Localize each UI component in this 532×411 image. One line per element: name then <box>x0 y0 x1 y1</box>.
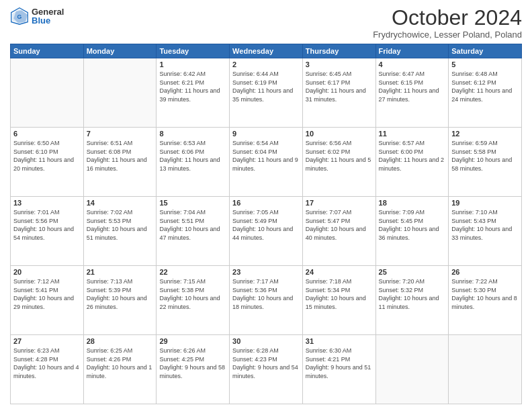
day-cell: 20Sunrise: 7:12 AM Sunset: 5:41 PM Dayli… <box>11 266 84 335</box>
day-number: 30 <box>232 337 300 345</box>
day-number: 3 <box>306 60 373 68</box>
day-cell <box>449 335 522 404</box>
week-row-1: 6Sunrise: 6:50 AM Sunset: 6:10 PM Daylig… <box>11 128 522 197</box>
title-area: October 2024 Frydrychowice, Lesser Polan… <box>373 7 522 40</box>
day-cell: 22Sunrise: 7:15 AM Sunset: 5:38 PM Dayli… <box>157 266 230 335</box>
day-cell: 13Sunrise: 7:01 AM Sunset: 5:56 PM Dayli… <box>11 197 84 266</box>
day-number: 4 <box>379 60 446 68</box>
day-number: 13 <box>13 199 81 207</box>
day-cell: 29Sunrise: 6:26 AM Sunset: 4:25 PM Dayli… <box>157 335 230 404</box>
day-cell: 18Sunrise: 7:09 AM Sunset: 5:45 PM Dayli… <box>375 197 449 266</box>
day-info: Sunrise: 7:13 AM Sunset: 5:39 PM Dayligh… <box>87 277 154 311</box>
day-number: 20 <box>13 268 81 276</box>
day-number: 25 <box>379 268 446 276</box>
logo-blue: Blue <box>32 16 64 25</box>
week-row-4: 27Sunrise: 6:23 AM Sunset: 4:28 PM Dayli… <box>11 335 522 404</box>
day-number: 8 <box>159 130 226 138</box>
day-info: Sunrise: 6:47 AM Sunset: 6:15 PM Dayligh… <box>379 70 446 103</box>
month-title: October 2024 <box>373 7 522 28</box>
day-cell: 14Sunrise: 7:02 AM Sunset: 5:53 PM Dayli… <box>83 197 157 266</box>
day-cell: 27Sunrise: 6:23 AM Sunset: 4:28 PM Dayli… <box>11 335 84 404</box>
logo-icon: G <box>10 7 29 26</box>
day-cell: 11Sunrise: 6:57 AM Sunset: 6:00 PM Dayli… <box>375 128 449 197</box>
day-cell: 23Sunrise: 7:17 AM Sunset: 5:36 PM Dayli… <box>230 266 303 335</box>
location: Frydrychowice, Lesser Poland, Poland <box>373 30 522 40</box>
day-number: 1 <box>159 60 226 68</box>
day-number: 26 <box>451 268 519 276</box>
day-info: Sunrise: 7:02 AM Sunset: 5:53 PM Dayligh… <box>87 208 154 242</box>
day-cell: 7Sunrise: 6:51 AM Sunset: 6:08 PM Daylig… <box>83 128 157 197</box>
day-info: Sunrise: 6:51 AM Sunset: 6:08 PM Dayligh… <box>87 139 154 173</box>
day-number: 5 <box>451 60 519 68</box>
day-cell <box>375 335 449 404</box>
day-number: 11 <box>379 130 446 138</box>
day-info: Sunrise: 7:04 AM Sunset: 5:51 PM Dayligh… <box>159 208 226 242</box>
day-number: 23 <box>232 268 300 276</box>
day-info: Sunrise: 7:10 AM Sunset: 5:43 PM Dayligh… <box>451 208 519 242</box>
day-cell: 10Sunrise: 6:56 AM Sunset: 6:02 PM Dayli… <box>302 128 375 197</box>
day-info: Sunrise: 6:44 AM Sunset: 6:19 PM Dayligh… <box>232 70 300 103</box>
col-sunday: Sunday <box>11 44 84 58</box>
svg-text:G: G <box>17 13 22 20</box>
day-cell: 5Sunrise: 6:48 AM Sunset: 6:12 PM Daylig… <box>449 58 522 128</box>
day-cell: 24Sunrise: 7:18 AM Sunset: 5:34 PM Dayli… <box>302 266 375 335</box>
day-info: Sunrise: 6:28 AM Sunset: 4:23 PM Dayligh… <box>232 347 300 380</box>
day-number: 10 <box>306 130 373 138</box>
calendar-table: Sunday Monday Tuesday Wednesday Thursday… <box>10 44 522 404</box>
day-cell: 9Sunrise: 6:54 AM Sunset: 6:04 PM Daylig… <box>230 128 303 197</box>
day-cell: 1Sunrise: 6:42 AM Sunset: 6:21 PM Daylig… <box>157 58 230 128</box>
header: G General Blue October 2024 Frydrychowic… <box>10 7 522 40</box>
day-cell: 21Sunrise: 7:13 AM Sunset: 5:39 PM Dayli… <box>83 266 157 335</box>
day-cell: 8Sunrise: 6:53 AM Sunset: 6:06 PM Daylig… <box>157 128 230 197</box>
day-info: Sunrise: 6:57 AM Sunset: 6:00 PM Dayligh… <box>379 139 446 173</box>
day-info: Sunrise: 6:53 AM Sunset: 6:06 PM Dayligh… <box>159 139 226 173</box>
day-cell: 6Sunrise: 6:50 AM Sunset: 6:10 PM Daylig… <box>11 128 84 197</box>
day-cell: 15Sunrise: 7:04 AM Sunset: 5:51 PM Dayli… <box>157 197 230 266</box>
day-info: Sunrise: 7:17 AM Sunset: 5:36 PM Dayligh… <box>232 277 300 311</box>
day-info: Sunrise: 7:07 AM Sunset: 5:47 PM Dayligh… <box>306 208 373 242</box>
day-cell: 17Sunrise: 7:07 AM Sunset: 5:47 PM Dayli… <box>302 197 375 266</box>
header-row: Sunday Monday Tuesday Wednesday Thursday… <box>11 44 522 58</box>
day-number: 31 <box>306 337 373 345</box>
day-cell: 25Sunrise: 7:20 AM Sunset: 5:32 PM Dayli… <box>375 266 449 335</box>
col-saturday: Saturday <box>449 44 522 58</box>
col-tuesday: Tuesday <box>157 44 230 58</box>
week-row-2: 13Sunrise: 7:01 AM Sunset: 5:56 PM Dayli… <box>11 197 522 266</box>
day-info: Sunrise: 7:01 AM Sunset: 5:56 PM Dayligh… <box>13 208 81 242</box>
day-info: Sunrise: 7:18 AM Sunset: 5:34 PM Dayligh… <box>306 277 373 311</box>
day-info: Sunrise: 6:23 AM Sunset: 4:28 PM Dayligh… <box>13 347 81 380</box>
day-number: 17 <box>306 199 373 207</box>
day-info: Sunrise: 7:09 AM Sunset: 5:45 PM Dayligh… <box>379 208 446 242</box>
day-cell: 31Sunrise: 6:30 AM Sunset: 4:21 PM Dayli… <box>302 335 375 404</box>
logo: G General Blue <box>10 7 64 26</box>
col-monday: Monday <box>83 44 157 58</box>
day-info: Sunrise: 7:15 AM Sunset: 5:38 PM Dayligh… <box>159 277 226 311</box>
day-number: 19 <box>451 199 519 207</box>
day-cell <box>83 58 157 128</box>
day-number: 22 <box>159 268 226 276</box>
day-info: Sunrise: 7:05 AM Sunset: 5:49 PM Dayligh… <box>232 208 300 242</box>
day-info: Sunrise: 6:48 AM Sunset: 6:12 PM Dayligh… <box>451 70 519 103</box>
day-info: Sunrise: 6:45 AM Sunset: 6:17 PM Dayligh… <box>306 70 373 103</box>
day-info: Sunrise: 7:22 AM Sunset: 5:30 PM Dayligh… <box>451 277 519 311</box>
day-cell: 30Sunrise: 6:28 AM Sunset: 4:23 PM Dayli… <box>230 335 303 404</box>
day-info: Sunrise: 6:25 AM Sunset: 4:26 PM Dayligh… <box>87 347 154 380</box>
day-cell: 28Sunrise: 6:25 AM Sunset: 4:26 PM Dayli… <box>83 335 157 404</box>
day-info: Sunrise: 6:26 AM Sunset: 4:25 PM Dayligh… <box>159 347 226 380</box>
day-info: Sunrise: 6:42 AM Sunset: 6:21 PM Dayligh… <box>159 70 226 103</box>
col-friday: Friday <box>375 44 449 58</box>
day-number: 6 <box>13 130 81 138</box>
day-info: Sunrise: 6:59 AM Sunset: 5:58 PM Dayligh… <box>451 139 519 173</box>
day-cell: 19Sunrise: 7:10 AM Sunset: 5:43 PM Dayli… <box>449 197 522 266</box>
day-number: 18 <box>379 199 446 207</box>
day-number: 16 <box>232 199 300 207</box>
day-cell: 16Sunrise: 7:05 AM Sunset: 5:49 PM Dayli… <box>230 197 303 266</box>
day-cell: 12Sunrise: 6:59 AM Sunset: 5:58 PM Dayli… <box>449 128 522 197</box>
day-number: 7 <box>87 130 154 138</box>
day-number: 15 <box>159 199 226 207</box>
day-number: 14 <box>87 199 154 207</box>
day-number: 27 <box>13 337 81 345</box>
day-cell <box>11 58 84 128</box>
day-number: 21 <box>87 268 154 276</box>
day-info: Sunrise: 6:56 AM Sunset: 6:02 PM Dayligh… <box>306 139 373 173</box>
